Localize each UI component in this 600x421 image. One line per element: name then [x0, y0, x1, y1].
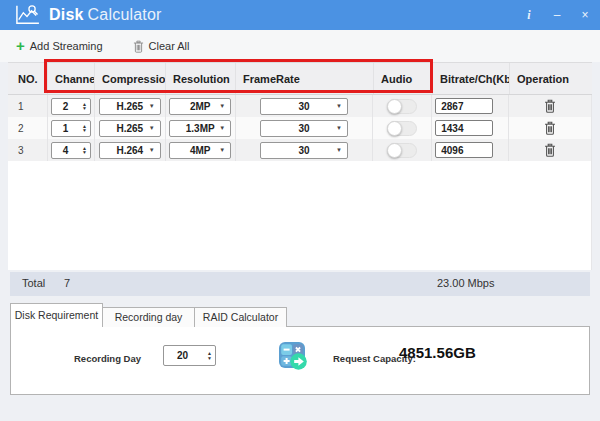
resolution-value: 4MP: [190, 145, 211, 156]
resolution-value: 2MP: [190, 101, 211, 112]
chevron-down-icon: ▼: [219, 103, 225, 109]
audio-toggle[interactable]: [387, 99, 417, 114]
row-number: 2: [8, 117, 48, 139]
app-title-bold: Disk: [49, 6, 84, 23]
table-row: 1 2 ▲▼ H.265 ▼ 2MP ▼: [8, 95, 591, 117]
audio-toggle[interactable]: [387, 143, 417, 158]
header-channels: Channels: [48, 63, 95, 94]
compression-select[interactable]: H.265 ▼: [99, 120, 161, 137]
framerate-select[interactable]: 30 ▼: [260, 142, 348, 159]
tab-disk-requirement[interactable]: Disk Requirement: [10, 303, 103, 327]
table-header: NO. Channels Compression Resolution Fram…: [8, 62, 592, 95]
tab-raid-calculator[interactable]: RAID Calculator: [194, 307, 287, 327]
resolution-value: 1.3MP: [186, 123, 215, 134]
request-capacity-value: 4851.56GB: [399, 344, 476, 361]
disk-requirement-panel: Recording Day 20 ▲▼ Request Capacity: 48…: [10, 326, 590, 395]
app-title-light: Calculator: [88, 6, 162, 23]
calculate-button[interactable]: [278, 341, 308, 371]
audio-toggle[interactable]: [387, 121, 417, 136]
header-operation: Operation: [510, 63, 592, 94]
compression-select[interactable]: H.265 ▼: [99, 98, 161, 115]
bitrate-input[interactable]: [435, 120, 493, 136]
chevron-down-icon: ▼: [219, 125, 225, 131]
channels-spinner[interactable]: 4 ▲▼: [51, 142, 91, 159]
spinner-updown-icon[interactable]: ▲▼: [204, 351, 215, 360]
add-streaming-button[interactable]: + Add Streaming: [16, 40, 103, 52]
chevron-down-icon: ▼: [336, 147, 342, 153]
header-audio: Audio: [374, 63, 433, 94]
toggle-knob: [387, 143, 402, 158]
spinner-updown-icon[interactable]: ▲▼: [79, 146, 90, 155]
app-logo-chart-magnifier-icon: [12, 4, 42, 26]
toolbar: + Add Streaming Clear All: [0, 30, 600, 62]
row-number: 3: [8, 139, 48, 161]
spinner-updown-icon[interactable]: ▲▼: [79, 102, 90, 111]
chevron-down-icon: ▼: [336, 103, 342, 109]
spinner-updown-icon[interactable]: ▲▼: [79, 124, 90, 133]
chevron-down-icon: ▼: [149, 147, 155, 153]
total-label: Total: [22, 277, 45, 289]
add-streaming-label: Add Streaming: [30, 40, 103, 52]
trash-icon: [544, 121, 556, 135]
recording-day-value: 20: [164, 350, 204, 361]
trash-icon: [544, 99, 556, 113]
toggle-knob: [387, 121, 402, 136]
minimize-button[interactable]: –: [550, 0, 564, 30]
total-channels-value: 7: [64, 277, 70, 289]
framerate-select[interactable]: 30 ▼: [260, 120, 348, 137]
table-body: 1 2 ▲▼ H.265 ▼ 2MP ▼: [8, 95, 592, 270]
delete-row-button[interactable]: [542, 97, 558, 115]
clear-all-label: Clear All: [149, 40, 190, 52]
header-framerate: FrameRate: [236, 63, 374, 94]
window-controls: i – ×: [522, 0, 592, 30]
app-title: DiskCalculator: [49, 6, 162, 24]
app-window: DiskCalculator i – × + Add Streaming Cle…: [0, 0, 600, 421]
resolution-select[interactable]: 4MP ▼: [169, 142, 231, 159]
total-bandwidth-value: 23.00 Mbps: [437, 277, 494, 289]
chevron-down-icon: ▼: [219, 147, 225, 153]
channels-value: 4: [52, 145, 79, 156]
channels-value: 1: [52, 123, 79, 134]
channels-spinner[interactable]: 1 ▲▼: [51, 120, 91, 137]
compression-value: H.265: [116, 101, 143, 112]
chevron-down-icon: ▼: [336, 125, 342, 131]
trash-icon: [133, 40, 144, 53]
header-compression: Compression: [95, 63, 166, 94]
clear-all-button[interactable]: Clear All: [133, 40, 190, 53]
total-bar: Total 7 23.00 Mbps: [10, 272, 590, 296]
recording-day-label: Recording Day: [74, 353, 141, 364]
table-row: 2 1 ▲▼ H.265 ▼ 1.3MP ▼: [8, 117, 591, 139]
compression-value: H.264: [116, 145, 143, 156]
trash-icon: [544, 143, 556, 157]
header-no: NO.: [8, 63, 48, 94]
resolution-select[interactable]: 2MP ▼: [169, 98, 231, 115]
header-resolution: Resolution: [166, 63, 236, 94]
framerate-value: 30: [298, 101, 309, 112]
compression-select[interactable]: H.264 ▼: [99, 142, 161, 159]
title-bar: DiskCalculator i – ×: [0, 0, 600, 30]
channels-value: 2: [52, 101, 79, 112]
bitrate-input[interactable]: [435, 142, 493, 158]
delete-row-button[interactable]: [542, 141, 558, 159]
info-button[interactable]: i: [522, 0, 536, 30]
table-row: 3 4 ▲▼ H.264 ▼ 4MP ▼: [8, 139, 591, 161]
toggle-knob: [387, 99, 402, 114]
compression-value: H.265: [116, 123, 143, 134]
header-bitrate: Bitrate/Ch(Kbps): [433, 63, 510, 94]
chevron-down-icon: ▼: [149, 125, 155, 131]
resolution-select[interactable]: 1.3MP ▼: [169, 120, 231, 137]
close-button[interactable]: ×: [578, 0, 592, 30]
recording-day-spinner[interactable]: 20 ▲▼: [163, 345, 216, 366]
chevron-down-icon: ▼: [149, 103, 155, 109]
framerate-value: 30: [298, 123, 309, 134]
framerate-select[interactable]: 30 ▼: [260, 98, 348, 115]
tab-recording-day[interactable]: Recording day: [102, 307, 195, 327]
delete-row-button[interactable]: [542, 119, 558, 137]
tab-strip: Disk Requirement Recording day RAID Calc…: [10, 303, 287, 327]
row-number: 1: [8, 95, 48, 117]
bitrate-input[interactable]: [435, 98, 493, 114]
channels-spinner[interactable]: 2 ▲▼: [51, 98, 91, 115]
plus-icon: +: [16, 40, 25, 52]
framerate-value: 30: [298, 145, 309, 156]
calculator-icon: [278, 341, 308, 371]
